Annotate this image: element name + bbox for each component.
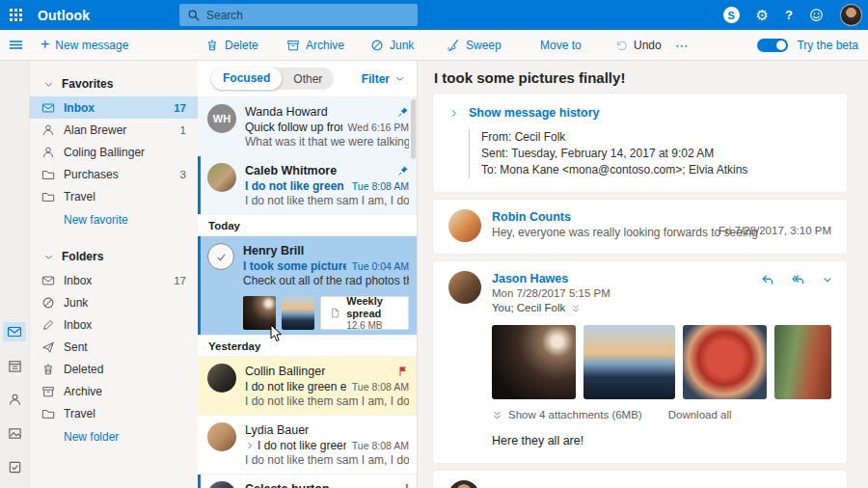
mail-icon [41,101,56,115]
message-card-robin-counts[interactable]: Robin Counts Hey, everyone was really lo… [433,200,847,254]
sidebar-folder-drafts[interactable]: Inbox [30,313,198,336]
selected-check-avatar[interactable] [207,243,234,270]
message-row-celeste-burton[interactable]: Celeste burton ! I do not like green egg… [198,474,417,488]
delete-button[interactable]: Delete [205,30,258,60]
folders-header[interactable]: Folders [30,246,198,269]
avatar [448,480,479,488]
message-row-wanda-howard[interactable]: WH Wanda Howard Quick follow up from cha… [198,97,417,156]
photo-attachment[interactable] [683,325,767,399]
message-row-henry-brill[interactable]: Henry Brill I took some pictures finally… [198,236,417,336]
flag-icon[interactable] [397,366,409,377]
attachment-thumbnail-photo[interactable] [243,296,276,330]
sweep-button[interactable]: Sweep [447,30,502,60]
trash-icon [205,39,219,52]
filter-label: Filter [362,72,390,86]
avatar [207,481,236,488]
search-box[interactable] [179,4,418,26]
sidebar-item-travel-favorite[interactable]: Travel [30,185,198,207]
avatar [448,271,481,304]
sender-name: Caleb Whitmore [245,164,337,177]
settings-gear-icon[interactable] [756,0,769,31]
sidebar-folder-deleted[interactable]: Deleted [30,358,198,380]
attachment-thumbnail-photo[interactable] [282,296,314,330]
list-scrollbar[interactable] [411,99,416,159]
sidebar-item-inbox-favorite[interactable]: Inbox 17 [30,96,198,119]
sidebar-folder-archive[interactable]: Archive [30,380,198,402]
new-message-button[interactable]: New message [41,30,128,60]
command-toolbar: New message Delete Archive Junk Sweep Mo… [0,30,868,61]
more-commands-button[interactable]: ⋯ [675,30,690,60]
folder-pane: Favorites Inbox 17 Alan Brewer 1 Coling … [30,61,198,488]
message-row-caleb-whitmore[interactable]: Caleb Whitmore I do not like green eggs … [198,156,417,215]
pin-icon[interactable] [397,165,409,176]
photo-attachment[interactable] [583,325,675,399]
reply-all-icon[interactable] [791,273,805,286]
quote-to: To: Mona Kane <mona@contoso.com>; Elvia … [481,162,831,178]
archive-button[interactable]: Archive [286,30,344,60]
avatar: WH [207,104,236,133]
rail-tasks-icon[interactable] [3,457,26,476]
chevron-down-icon[interactable] [822,274,833,285]
message-row-collin-ballinger[interactable]: Collin Ballinger I do not like green egg… [198,357,417,416]
sidebar-item-label: Junk [64,296,198,310]
feedback-smiley-icon[interactable] [809,8,824,22]
download-all-link[interactable]: Download all [668,409,732,420]
rail-calendar-icon[interactable] [3,356,26,375]
skype-icon[interactable] [723,7,740,23]
expand-thread-chevron-icon[interactable] [245,441,255,450]
new-favorite-link[interactable]: New favorite [30,207,198,232]
sidebar-item-coling-ballinger[interactable]: Coling Ballinger [30,141,198,163]
message-time: Fri 7/28/2017, 3:10 PM [719,225,831,236]
pin-icon[interactable] [397,106,409,118]
tab-focused[interactable]: Focused [211,68,282,90]
sidebar-item-alan-brewer[interactable]: Alan Brewer 1 [30,119,198,141]
unread-count: 17 [174,275,198,286]
recipients-row[interactable]: You; Cecil Folk [492,301,610,315]
message-time: Tue 0:04 AM [352,260,409,272]
undo-icon [614,39,628,52]
show-message-history-toggle[interactable]: Show message history [448,106,831,120]
reply-all-card[interactable]: Reply all [433,471,847,488]
show-attachments-link[interactable]: Show 4 attachments (6MB) [492,409,642,420]
photo-attachment[interactable] [774,325,831,399]
sidebar-item-label: Archive [64,385,198,398]
search-input[interactable] [206,9,380,22]
folder-icon [41,190,56,203]
undo-button[interactable]: Undo [614,30,662,60]
move-to-button[interactable]: Move to [540,30,582,60]
app-launcher-waffle-icon[interactable] [10,9,22,21]
favorites-header[interactable]: Favorites [30,73,198,96]
rail-photos-icon[interactable] [3,423,26,443]
sender-name: Lydia Bauer [245,423,309,437]
reply-icon[interactable] [761,273,774,286]
filter-button[interactable]: Filter [362,72,405,86]
tab-other[interactable]: Other [282,72,334,86]
sidebar-item-purchases[interactable]: Purchases 3 [30,163,198,185]
document-icon [330,306,340,320]
move-to-label: Move to [540,39,582,52]
show-message-history-label: Show message history [469,106,599,120]
hamburger-menu-icon[interactable] [9,30,23,60]
sender-name[interactable]: Jason Hawes [492,271,610,286]
new-folder-link[interactable]: New folder [30,424,198,449]
rail-people-icon[interactable] [3,390,26,409]
rail-mail-icon[interactable] [3,322,26,341]
help-icon[interactable] [785,0,793,30]
outlook-window: Outlook New message Delete Archive [0,0,868,488]
attachment-file-card[interactable]: Weekly spread 12.6 MB [320,296,410,330]
high-importance-icon: ! [405,482,409,488]
message-row-lydia-bauer[interactable]: Lydia Bauer I do not like green eggs and… [198,416,417,474]
junk-button[interactable]: Junk [370,30,414,60]
message-time: Wed 6:16 PM [348,122,409,133]
attachment-name: Weekly spread [346,295,399,320]
sidebar-folder-inbox[interactable]: Inbox 17 [30,269,198,291]
app-rail [0,61,30,488]
sidebar-folder-sent[interactable]: Sent [30,336,198,358]
sidebar-folder-travel[interactable]: Travel [30,402,198,424]
sender-name[interactable]: Robin Counts [492,209,762,225]
photo-attachment[interactable] [492,325,576,399]
user-avatar[interactable] [840,4,862,26]
try-beta-toggle[interactable] [757,39,788,52]
sidebar-folder-junk[interactable]: Junk [30,291,198,313]
chevron-down-icon [43,252,54,262]
